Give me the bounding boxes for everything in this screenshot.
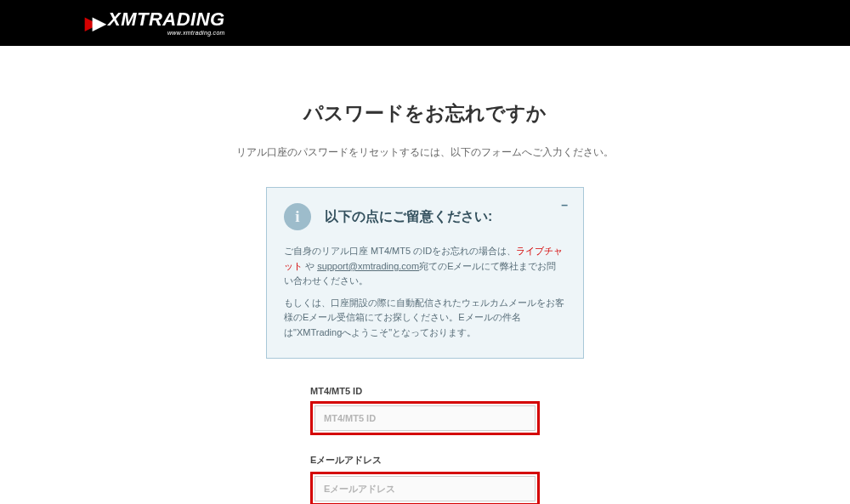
info-text1-mid: や xyxy=(303,261,317,271)
reset-form: MT4/MT5 ID Eメールアドレス 送信 xyxy=(310,386,540,504)
info-text2: もしくは、口座開設の際に自動配信されたウェルカムメールをお客様のEメール受信箱に… xyxy=(284,296,564,341)
email-input[interactable] xyxy=(314,476,536,501)
email-label: Eメールアドレス xyxy=(310,454,540,467)
id-input[interactable] xyxy=(314,405,536,431)
logo-arrows-icon: ▶ ▶ xyxy=(85,14,105,31)
support-email-link[interactable]: support@xmtrading.com xyxy=(317,261,419,271)
info-title: 以下の点にご留意ください: xyxy=(325,208,492,226)
collapse-icon[interactable]: – xyxy=(561,198,568,212)
info-box: – i 以下の点にご留意ください: ご自身のリアル口座 MT4/MT5 のIDを… xyxy=(266,187,584,359)
email-input-highlight xyxy=(310,472,540,504)
header: ▶ ▶ XMTRADING www.xmtrading.com xyxy=(0,0,850,46)
logo-text: XMTRADING xyxy=(108,10,225,29)
info-text1-prefix: ご自身のリアル口座 MT4/MT5 のIDをお忘れの場合は、 xyxy=(284,246,516,256)
logo[interactable]: ▶ ▶ XMTRADING www.xmtrading.com xyxy=(85,10,225,36)
page-subtitle: リアル口座のパスワードをリセットするには、以下のフォームへご入力ください。 xyxy=(236,145,614,160)
id-label: MT4/MT5 ID xyxy=(310,386,540,396)
id-input-highlight xyxy=(310,401,540,435)
logo-subtext: www.xmtrading.com xyxy=(108,30,225,36)
info-body: ご自身のリアル口座 MT4/MT5 のIDをお忘れの場合は、ライブチャット や … xyxy=(284,244,564,341)
info-icon: i xyxy=(284,203,311,230)
page-title: パスワードをお忘れですか xyxy=(303,100,547,127)
main-content: パスワードをお忘れですか リアル口座のパスワードをリセットするには、以下のフォー… xyxy=(0,46,850,504)
